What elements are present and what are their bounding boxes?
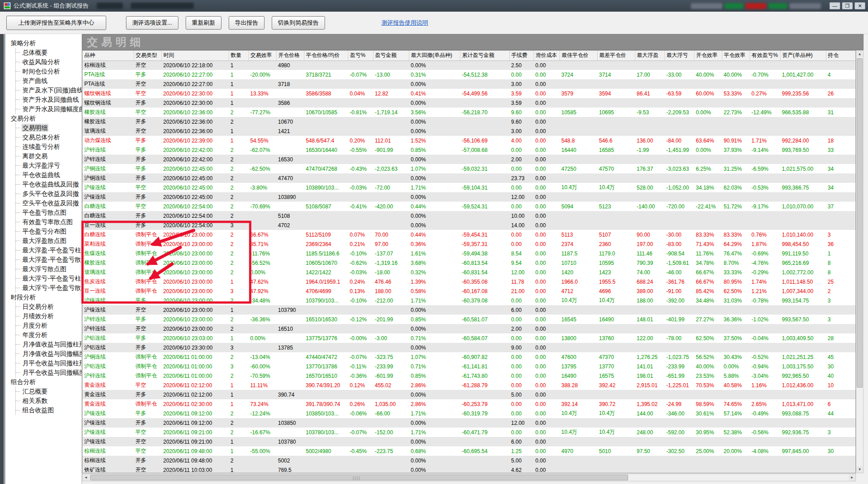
tree-group-label[interactable]: 策略分析 [5,39,82,48]
column-header[interactable]: 盈亏金额 [373,51,409,60]
table-row[interactable]: 沪镍连续平多2020/06/10 23:00:002-34.48%103790/… [82,296,856,305]
table-row[interactable]: 沪镍连续平空2020/06/11 09:21:002-16.67%103780/… [82,428,856,437]
column-header[interactable]: 平仓效率 [722,51,750,60]
table-row[interactable]: 沪镍连续平空2020/06/10 22:45:002-3.80%103890/1… [82,183,856,192]
table-row[interactable]: 玻璃连续开空2020/06/10 22:36:00114210.00%3.000… [82,126,856,136]
sidebar-item[interactable]: 汇总概要 [16,387,82,396]
table-row[interactable]: 橡胶连续强制平仓2020/06/10 23:00:002-56.52%10605… [82,258,856,268]
table-row[interactable]: 螺纹钢连续开多2020/06/10 22:30:00135860.00%3.59… [82,98,856,108]
close-button[interactable]: ✕ [855,2,865,9]
sidebar-item[interactable]: 资产及水下(回撤)曲线 [16,86,82,95]
column-header[interactable]: 有效盈亏% [750,51,780,60]
sidebar-item[interactable]: 日交易分析 [16,302,82,311]
column-header[interactable]: 手续费 [509,51,534,60]
sidebar-item[interactable]: 月度分析 [16,321,82,330]
sidebar-item[interactable]: 收益风险分析 [16,57,82,67]
toolbar-button-4[interactable]: 导出报告 [229,16,265,30]
column-header[interactable]: 最大浮盈 [635,51,664,60]
sidebar-item[interactable]: 总体概要 [16,48,82,57]
sidebar-item[interactable]: 资产升水及回撤幅度曲线 [16,104,82,114]
column-header[interactable]: 累计盈亏金额 [460,51,509,60]
table-row[interactable]: 黄金连续平空2020/06/11 02:12:00111.11%390.74/3… [82,380,856,390]
column-header[interactable]: 品种 [82,51,134,60]
table-row[interactable]: 沪镍连续开空2020/06/11 09:21:0011037800.00%6.0… [82,437,856,446]
sidebar-item[interactable]: 最大浮亏-平仓盈亏散点图 [16,283,82,293]
table-row[interactable]: 白糖连续强制平仓2020/06/10 23:00:00266.67%5112/5… [82,230,856,239]
table-row[interactable]: PTA连续开空2020/06/10 22:27:00137180.00%3.00… [82,79,856,89]
table-row[interactable]: 橡胶连续平空2020/06/10 22:36:002-77.27%10670/1… [82,108,856,117]
sidebar-item[interactable]: 最大浮亏-平仓盈亏柱形图 [16,274,82,283]
tree-group-label[interactable]: 组合分析 [5,377,82,387]
table-row[interactable]: 沪锌连续平多2020/06/10 23:00:002-36.36%16510/1… [82,315,856,324]
horizontal-scroll-thumb[interactable]: |||| [90,475,628,480]
column-header[interactable]: 滑价成本 [534,51,560,60]
table-row[interactable]: 沪镍连续开空2020/06/10 23:00:0011037900.00%6.0… [82,305,856,315]
table-row[interactable]: 沪锌连续开空2020/06/10 23:00:002165100.00%2.00… [82,324,856,333]
sidebar-item[interactable]: 平仓收益曲线及回撤 [16,180,82,189]
table-row[interactable]: 棕榈连续平空2020/06/11 09:48:001-55.00%5002/49… [82,446,856,456]
sidebar-item[interactable]: 资产曲线 [16,76,82,86]
tree-group-label[interactable]: 交易分析 [5,114,82,123]
toolbar-button-3[interactable]: 重新刷新 [186,16,221,30]
sidebar-item[interactable]: 组合收益图 [16,406,82,415]
table-row[interactable]: 白糖连续开多2020/06/10 22:54:00251080.00%10.00… [82,211,856,220]
table-row[interactable]: 沪镍连续开多2020/06/10 22:45:0021038900.00%12.… [82,192,856,202]
sidebar-item[interactable]: 平仓收益曲线 [16,170,82,180]
table-row[interactable]: 沪镍连续开多2020/06/11 09:12:0021038500.00%12.… [82,418,856,428]
horizontal-scrollbar[interactable]: ◄ |||| ► [82,474,856,481]
column-header[interactable]: 持仓 [826,51,856,60]
scroll-down-icon[interactable]: ▼ [856,466,863,473]
sidebar-item[interactable]: 相关系数 [16,396,82,406]
table-row[interactable]: 沪铝连续强制平仓2020/06/11 01:00:003-60.00%13770… [82,362,856,371]
sidebar-item[interactable]: 时间仓位分析 [16,67,82,76]
scroll-right-icon[interactable]: ► [849,474,855,481]
sidebar-item[interactable]: 最大浮盈散点图 [16,236,82,246]
toolbar-button-5[interactable]: 切换到简易报告 [272,16,325,30]
table-row[interactable]: 沪镍连续平多2020/06/11 09:12:002-12.24%103850/… [82,409,856,418]
maximize-button[interactable]: ❐ [842,2,853,9]
column-header[interactable]: 资产(单品种) [780,51,826,60]
table-row[interactable]: 棕榈连续开多2020/06/11 09:48:00250020.00%5.000… [82,456,856,465]
table-row[interactable]: 动力煤连续平多2020/06/10 22:39:00154.55%548.6/5… [82,136,856,145]
minimize-button[interactable]: — [829,2,840,9]
table-row[interactable]: 玻璃连续强制平仓2020/06/10 23:00:0020.00%1422/14… [82,268,856,277]
sidebar-item[interactable]: 连续盈亏分析 [16,142,82,151]
column-header[interactable]: 最差平仓价 [597,51,635,60]
table-row[interactable]: 黄金连续开多2020/06/11 02:12:001390.740.00%5.0… [82,390,856,399]
column-header[interactable]: 最大回撤(单品种) [409,51,460,60]
vertical-scroll-thumb[interactable] [857,58,863,388]
sidebar-item[interactable]: 平仓盈亏分布图 [16,227,82,236]
sidebar-item[interactable]: 交易明细 [16,123,82,133]
scroll-left-icon[interactable]: ◄ [82,474,89,481]
tree-group-label[interactable]: 时段分析 [5,293,82,302]
vertical-scrollbar[interactable]: ▲ ▼ [856,50,864,473]
table-row[interactable]: 沪铝连续开多2020/06/10 23:30:003137850.00%9.00… [82,343,856,352]
sidebar-item[interactable]: 空头平仓收益及回撤 [16,199,82,208]
column-header[interactable]: 最大浮亏 [664,51,694,60]
sidebar-item[interactable]: 多头平仓收益及回撤 [16,189,82,199]
column-header[interactable]: 盈亏% [348,51,373,60]
sidebar-item[interactable]: 年度分析 [16,330,82,340]
column-header[interactable]: 时间 [161,51,229,60]
sidebar-item[interactable]: 月净值收益与回撤幅度柱形图 [16,349,82,359]
column-header[interactable]: 最佳平仓价 [560,51,597,60]
table-row[interactable]: 黄金连续强制平仓2020/06/11 02:30:00173.24%391.78… [82,399,856,409]
table-row[interactable]: 沪铜连续强制平仓2020/06/11 01:00:002-13.04%47440… [82,352,856,362]
sidebar-item[interactable]: 月平仓收益与回撤幅度柱形图 [16,368,82,377]
table-row[interactable]: 棕榈连续开空2020/06/10 22:18:00149800.00%2.500… [82,60,856,70]
column-header[interactable]: 开仓价格 [276,51,304,60]
column-header[interactable]: 数量 [229,51,248,60]
sidebar-item[interactable]: 交易总体分析 [16,133,82,142]
sidebar-item[interactable]: 有效盈亏率散点图 [16,217,82,227]
toolbar-button-1[interactable]: 上传测评报告至策略共享中心 [6,16,106,30]
column-header[interactable]: 交易类型 [134,51,161,60]
sidebar-item[interactable]: 资产升水及回撤曲线 [16,95,82,104]
sidebar-item[interactable]: 最大浮盈浮亏 [16,161,82,170]
table-row[interactable]: 沪锌连续平多2020/06/10 22:42:002-62.07%16530/1… [82,145,856,155]
table-row[interactable]: 豆一连续强制平仓2020/06/10 23:00:00347.92%4706/4… [82,286,856,296]
table-row[interactable]: 沪铜连续平多2020/06/10 22:45:002-62.50%47470/4… [82,164,856,173]
column-header[interactable]: 开仓效率 [694,51,722,60]
table-row[interactable]: 白糖连续平空2020/06/10 22:54:002-70.69%5108/50… [82,202,856,211]
table-row[interactable]: 焦炭连续强制平仓2020/06/10 23:00:00147.62%1964.0… [82,277,856,286]
column-header[interactable]: 平仓价格/均价 [304,51,348,60]
